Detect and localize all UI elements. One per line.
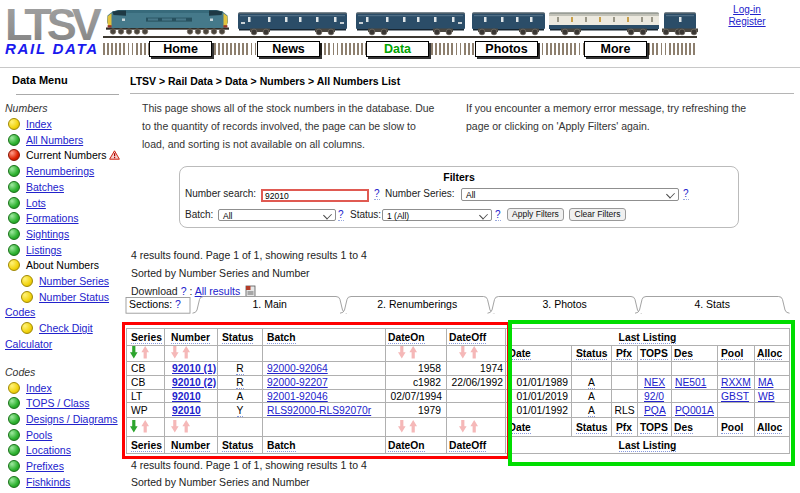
svg-text:4. Stats: 4. Stats: [694, 298, 730, 310]
svg-text:3. Photos: 3. Photos: [543, 298, 587, 310]
svg-text:1. Main: 1. Main: [252, 298, 287, 310]
svg-text:LTSV: LTSV: [6, 2, 102, 42]
svg-text:2. Renumberings: 2. Renumberings: [377, 298, 457, 310]
svg-text:Sections: ?: Sections: ?: [129, 298, 181, 310]
